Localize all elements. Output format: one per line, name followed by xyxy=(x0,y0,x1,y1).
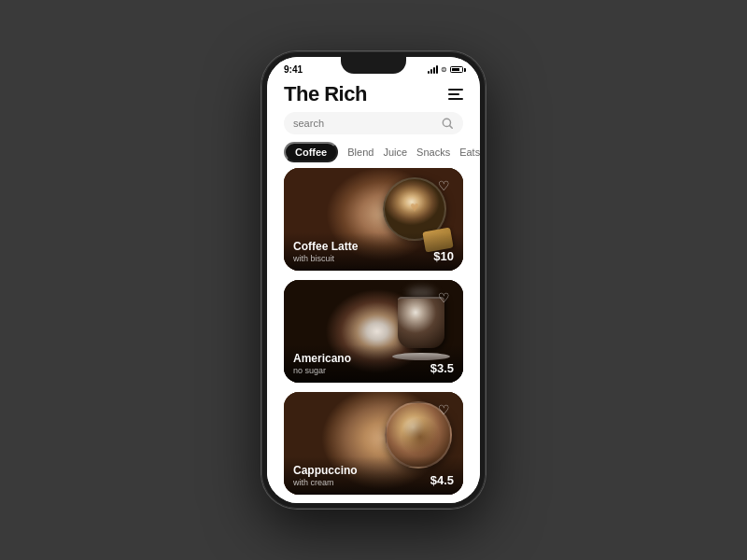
app-title: The Rich xyxy=(284,82,367,106)
latte-overlay: Coffee Latte with biscuit $10 xyxy=(284,232,463,271)
latte-info: Coffee Latte with biscuit xyxy=(293,240,358,263)
menu-line-2 xyxy=(448,93,459,95)
status-time: 9:41 xyxy=(284,64,303,75)
tab-eats[interactable]: Eats xyxy=(459,144,480,161)
battery-fill xyxy=(452,68,459,71)
heart-icon-americano: ♡ xyxy=(438,290,450,305)
americano-price: $3.5 xyxy=(430,361,454,375)
latte-subtitle: with biscuit xyxy=(293,254,358,263)
phone-frame: 9:41 ⊜ The Rich xyxy=(261,51,486,509)
tab-blend[interactable]: Blend xyxy=(347,144,374,161)
phone-screen: 9:41 ⊜ The Rich xyxy=(267,57,480,503)
tab-coffee[interactable]: Coffee xyxy=(284,142,338,162)
status-icons: ⊜ xyxy=(428,65,463,74)
americano-name: Americano xyxy=(293,352,351,365)
cappuccino-overlay: Cappuccino with cream $4.5 xyxy=(284,456,463,495)
wifi-icon: ⊜ xyxy=(441,65,447,74)
tab-snacks[interactable]: Snacks xyxy=(416,144,450,161)
cappuccino-price: $4.5 xyxy=(430,473,454,487)
cappuccino-favorite-button[interactable]: ♡ xyxy=(433,399,454,420)
search-bar xyxy=(284,112,463,134)
search-button[interactable] xyxy=(441,117,454,130)
heart-icon-latte: ♡ xyxy=(438,178,450,193)
category-tabs: Coffee Blend Juice Snacks Eats xyxy=(267,140,480,168)
tab-juice[interactable]: Juice xyxy=(383,144,407,161)
search-input[interactable] xyxy=(293,118,441,129)
latte-favorite-button[interactable]: ♡ xyxy=(433,175,454,196)
cappuccino-subtitle: with cream xyxy=(293,478,358,487)
card-latte: ♥ ♡ Coffee Latte with biscuit $10 xyxy=(284,168,463,271)
svg-line-1 xyxy=(450,126,453,129)
latte-name: Coffee Latte xyxy=(293,240,358,253)
americano-subtitle: no sugar xyxy=(293,366,351,375)
cards-area: ♥ ♡ Coffee Latte with biscuit $10 xyxy=(267,168,480,503)
americano-overlay: Americano no sugar $3.5 xyxy=(284,344,463,383)
latte-price: $10 xyxy=(433,249,454,263)
signal-icon xyxy=(428,65,438,74)
app-content: The Rich Coffee xyxy=(267,77,480,503)
americano-info: Americano no sugar xyxy=(293,352,351,375)
card-cappuccino: ♡ Cappuccino with cream $4.5 xyxy=(284,392,463,495)
card-americano: ♡ Americano no sugar $3.5 xyxy=(284,280,463,383)
menu-line-3 xyxy=(448,98,463,100)
notch xyxy=(341,57,406,74)
americano-favorite-button[interactable]: ♡ xyxy=(433,287,454,308)
search-icon xyxy=(441,117,454,130)
cappuccino-info: Cappuccino with cream xyxy=(293,464,358,487)
app-header: The Rich xyxy=(267,77,480,110)
menu-button[interactable] xyxy=(448,89,463,100)
heart-icon-cappuccino: ♡ xyxy=(438,402,450,417)
menu-line-1 xyxy=(448,89,463,91)
battery-icon xyxy=(450,66,463,73)
cappuccino-name: Cappuccino xyxy=(293,464,358,477)
